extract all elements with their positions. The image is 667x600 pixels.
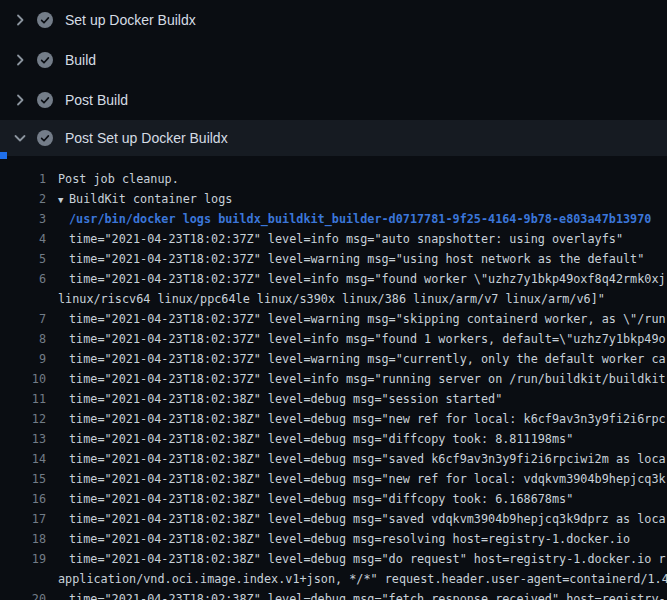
line-text: time="2021-04-23T18:02:38Z" level=debug … (69, 472, 666, 486)
step-label: Set up Docker Buildx (65, 12, 196, 28)
log-line: 3 /usr/bin/docker logs buildx_buildkit_b… (0, 209, 667, 229)
line-number[interactable]: 1 (0, 169, 46, 189)
line-text: time="2021-04-23T18:02:38Z" level=debug … (69, 432, 573, 446)
line-number[interactable]: 2 (0, 189, 46, 209)
log-line: 4 time="2021-04-23T18:02:37Z" level=info… (0, 229, 667, 249)
line-content: time="2021-04-23T18:02:37Z" level=warnin… (69, 249, 644, 269)
line-content: time="2021-04-23T18:02:37Z" level=info m… (69, 229, 623, 249)
line-text: time="2021-04-23T18:02:38Z" level=debug … (69, 392, 502, 406)
line-text: time="2021-04-23T18:02:38Z" level=debug … (69, 552, 666, 566)
log-line: application/vnd.oci.image.index.v1+json,… (0, 569, 667, 589)
line-number[interactable]: 15 (0, 469, 46, 489)
line-number[interactable]: 5 (0, 249, 46, 269)
line-number[interactable]: 14 (0, 449, 46, 469)
line-number[interactable]: 20 (0, 589, 46, 600)
line-text: time="2021-04-23T18:02:37Z" level=warnin… (69, 312, 666, 326)
line-number[interactable]: 4 (0, 229, 46, 249)
log-line: 2 ▼BuildKit container logs (0, 189, 667, 209)
chevron-right-icon[interactable] (12, 92, 28, 108)
line-content: time="2021-04-23T18:02:38Z" level=debug … (69, 549, 666, 569)
line-number[interactable]: 9 (0, 349, 46, 369)
line-text: time="2021-04-23T18:02:37Z" level=info m… (69, 232, 623, 246)
step-row[interactable]: Post Build (0, 80, 667, 120)
log-line: 7 time="2021-04-23T18:02:37Z" level=warn… (0, 309, 667, 329)
line-content: time="2021-04-23T18:02:37Z" level=info m… (69, 369, 666, 389)
line-content: time="2021-04-23T18:02:37Z" level=info m… (69, 329, 666, 349)
log-line: 10 time="2021-04-23T18:02:37Z" level=inf… (0, 369, 667, 389)
log-line: 16 time="2021-04-23T18:02:38Z" level=deb… (0, 489, 667, 509)
line-number[interactable]: 3 (0, 209, 46, 229)
log-line: linux/riscv64 linux/ppc64le linux/s390x … (0, 289, 667, 309)
line-text: application/vnd.oci.image.index.v1+json,… (58, 572, 667, 586)
log-line: 17 time="2021-04-23T18:02:38Z" level=deb… (0, 509, 667, 529)
check-circle-icon (37, 130, 53, 146)
line-text: time="2021-04-23T18:02:37Z" level=warnin… (69, 252, 644, 266)
line-text: time="2021-04-23T18:02:38Z" level=debug … (69, 412, 666, 426)
log-line: 13 time="2021-04-23T18:02:38Z" level=deb… (0, 429, 667, 449)
line-text: /usr/bin/docker logs buildx_buildkit_bui… (69, 212, 651, 226)
step-row[interactable]: Build (0, 40, 667, 80)
line-content: time="2021-04-23T18:02:37Z" level=warnin… (69, 349, 666, 369)
line-content: linux/riscv64 linux/ppc64le linux/s390x … (58, 289, 605, 309)
chevron-down-icon[interactable] (12, 130, 28, 146)
line-content: ▼BuildKit container logs (58, 189, 232, 209)
log-line: 8 time="2021-04-23T18:02:37Z" level=info… (0, 329, 667, 349)
line-text: time="2021-04-23T18:02:37Z" level=info m… (69, 332, 666, 346)
line-number[interactable]: 19 (0, 549, 46, 569)
line-content: time="2021-04-23T18:02:38Z" level=debug … (69, 409, 666, 429)
check-circle-icon (37, 92, 53, 108)
line-text: time="2021-04-23T18:02:38Z" level=debug … (69, 512, 666, 526)
check-circle-icon (37, 52, 53, 68)
log-line: 18 time="2021-04-23T18:02:38Z" level=deb… (0, 529, 667, 549)
line-number[interactable]: 6 (0, 269, 46, 289)
steps-list: Set up Docker Buildx Build P (0, 0, 667, 156)
log-line: 20 time="2021-04-23T18:02:38Z" level=deb… (0, 589, 667, 600)
step-label: Post Set up Docker Buildx (65, 130, 228, 146)
line-text: time="2021-04-23T18:02:37Z" level=info m… (69, 272, 666, 286)
chevron-right-icon[interactable] (12, 52, 28, 68)
step-label: Post Build (65, 92, 128, 108)
log-line: 6 time="2021-04-23T18:02:37Z" level=info… (0, 269, 667, 289)
line-content: time="2021-04-23T18:02:38Z" level=debug … (69, 489, 573, 509)
line-text: time="2021-04-23T18:02:38Z" level=debug … (69, 532, 630, 546)
line-text: time="2021-04-23T18:02:37Z" level=info m… (69, 372, 666, 386)
step-label: Build (65, 52, 96, 68)
check-circle-icon (37, 12, 53, 28)
line-content: time="2021-04-23T18:02:38Z" level=debug … (69, 389, 502, 409)
log-line: 1 Post job cleanup. (0, 169, 667, 189)
log-view[interactable]: 1 Post job cleanup. 2 ▼BuildKit containe… (0, 156, 667, 600)
line-text: time="2021-04-23T18:02:38Z" level=debug … (69, 592, 666, 600)
line-content: time="2021-04-23T18:02:38Z" level=debug … (69, 589, 666, 600)
line-text: time="2021-04-23T18:02:38Z" level=debug … (69, 452, 666, 466)
line-number[interactable]: 11 (0, 389, 46, 409)
line-content: time="2021-04-23T18:02:37Z" level=warnin… (69, 309, 666, 329)
line-number[interactable]: 18 (0, 529, 46, 549)
line-text: BuildKit container logs (69, 192, 232, 206)
step-row[interactable]: Post Set up Docker Buildx (0, 120, 667, 156)
log-line: 14 time="2021-04-23T18:02:38Z" level=deb… (0, 449, 667, 469)
chevron-right-icon[interactable] (12, 12, 28, 28)
line-number[interactable]: 17 (0, 509, 46, 529)
line-content: /usr/bin/docker logs buildx_buildkit_bui… (69, 209, 651, 229)
line-number[interactable]: 13 (0, 429, 46, 449)
log-line: 19 time="2021-04-23T18:02:38Z" level=deb… (0, 549, 667, 569)
step-row[interactable]: Set up Docker Buildx (0, 0, 667, 40)
line-text: time="2021-04-23T18:02:37Z" level=warnin… (69, 352, 666, 366)
line-number[interactable]: 12 (0, 409, 46, 429)
line-content: time="2021-04-23T18:02:38Z" level=debug … (69, 449, 666, 469)
line-number[interactable]: 8 (0, 329, 46, 349)
line-content: time="2021-04-23T18:02:38Z" level=debug … (69, 529, 630, 549)
line-number[interactable] (0, 569, 46, 589)
line-number[interactable]: 7 (0, 309, 46, 329)
line-number[interactable] (0, 289, 46, 309)
line-content: Post job cleanup. (58, 169, 179, 189)
line-text: Post job cleanup. (58, 172, 179, 186)
line-content: application/vnd.oci.image.index.v1+json,… (58, 569, 667, 589)
line-text: time="2021-04-23T18:02:38Z" level=debug … (69, 492, 573, 506)
collapse-toggle-icon[interactable]: ▼ (58, 190, 69, 210)
line-content: time="2021-04-23T18:02:38Z" level=debug … (69, 509, 666, 529)
line-content: time="2021-04-23T18:02:37Z" level=info m… (69, 269, 666, 289)
line-number[interactable]: 10 (0, 369, 46, 389)
line-number[interactable]: 16 (0, 489, 46, 509)
line-content: time="2021-04-23T18:02:38Z" level=debug … (69, 429, 573, 449)
